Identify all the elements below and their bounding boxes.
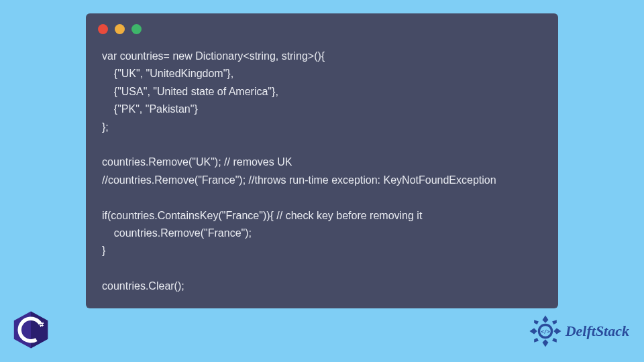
svg-marker-7 <box>553 328 561 335</box>
svg-text:#: # <box>40 320 44 328</box>
svg-text:</>: </> <box>541 328 550 335</box>
svg-marker-8 <box>534 320 539 324</box>
code-line: }; <box>102 121 109 133</box>
code-line: countries.Clear(); <box>102 280 184 292</box>
csharp-badge-icon: # <box>11 310 51 350</box>
svg-marker-9 <box>552 320 557 324</box>
svg-marker-1 <box>31 311 48 348</box>
minimize-dot-icon[interactable] <box>115 24 125 34</box>
maximize-dot-icon[interactable] <box>131 24 142 34</box>
code-line: {"UK", "UnitedKingdom"}, <box>102 68 233 79</box>
code-line: countries.Remove("UK"); // removes UK <box>102 156 292 168</box>
code-window: var countries= new Dictionary<string, st… <box>86 13 558 308</box>
code-line: {"PK", "Pakistan"} <box>102 103 198 115</box>
window-controls <box>86 13 558 40</box>
code-line: countries.Remove("France"); <box>102 227 252 239</box>
brand-name: DelftStack <box>566 322 629 340</box>
svg-marker-6 <box>529 328 537 335</box>
svg-marker-11 <box>552 338 557 343</box>
code-line: {"USA", "United state of America"}, <box>102 86 278 97</box>
svg-marker-4 <box>542 315 548 322</box>
svg-marker-10 <box>534 338 539 343</box>
code-line: //countries.Remove("France"); //throws r… <box>102 174 496 186</box>
code-body: var countries= new Dictionary<string, st… <box>86 40 558 308</box>
code-line: } <box>102 245 105 256</box>
code-line: var countries= new Dictionary<string, st… <box>102 50 325 62</box>
delftstack-logo: </> DelftStack <box>527 312 629 350</box>
code-line: if(countries.ContainsKey("France")){ // … <box>102 210 422 221</box>
close-dot-icon[interactable] <box>98 24 108 34</box>
svg-marker-5 <box>542 339 548 347</box>
delftstack-mark-icon: </> <box>527 312 564 350</box>
